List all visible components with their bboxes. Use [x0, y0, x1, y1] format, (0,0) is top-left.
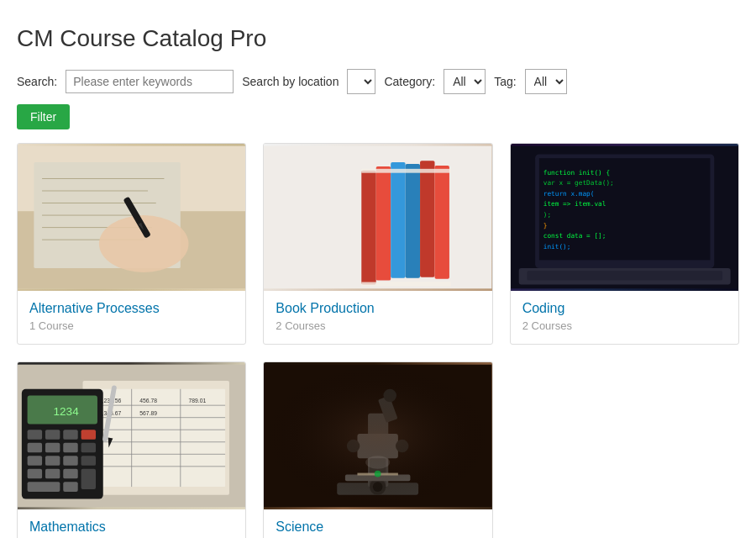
tag-label: Tag: — [494, 75, 516, 88]
search-input[interactable] — [66, 70, 234, 93]
card-body-book-production: Book Production 2 Courses — [264, 291, 491, 344]
svg-rect-67 — [63, 469, 77, 479]
svg-rect-59 — [63, 443, 77, 453]
svg-text:init();: init(); — [543, 243, 570, 251]
svg-rect-16 — [406, 164, 420, 278]
category-label: Category: — [384, 75, 435, 88]
card-count-coding: 2 Courses — [522, 319, 727, 332]
svg-rect-63 — [63, 456, 77, 466]
svg-rect-60 — [81, 443, 96, 453]
filter-button[interactable]: Filter — [17, 104, 70, 129]
svg-rect-53 — [28, 430, 42, 440]
card-count-book-production: 2 Courses — [276, 319, 480, 332]
category-select[interactable]: All — [444, 69, 486, 94]
svg-rect-17 — [420, 161, 434, 277]
card-book-production[interactable]: Book Production 2 Courses — [263, 143, 492, 345]
svg-rect-88 — [264, 365, 491, 508]
card-image-alt-processes — [18, 144, 245, 291]
svg-text:item => item.val: item => item.val — [543, 200, 606, 208]
card-mathematics[interactable]: 1,234.56 456.78 789.01 2,345.67 567.89 1… — [17, 361, 246, 538]
svg-rect-62 — [45, 456, 60, 466]
svg-text:var x = getData();: var x = getData(); — [543, 179, 613, 187]
card-body-mathematics: Mathematics 2 Courses — [18, 509, 245, 538]
card-title-mathematics[interactable]: Mathematics — [29, 520, 234, 535]
svg-rect-18 — [435, 166, 449, 279]
svg-rect-56 — [81, 430, 96, 440]
svg-rect-33 — [527, 271, 722, 281]
svg-rect-66 — [45, 469, 60, 479]
svg-rect-14 — [376, 166, 391, 281]
svg-text:789.01: 789.01 — [188, 398, 206, 404]
svg-rect-19 — [362, 169, 452, 173]
svg-rect-69 — [28, 482, 60, 492]
svg-text:1234: 1234 — [54, 405, 80, 418]
card-image-coding: function init() { var x = getData(); ret… — [511, 144, 738, 291]
card-title-coding[interactable]: Coding — [522, 301, 727, 316]
svg-rect-58 — [45, 443, 60, 453]
card-body-science: Science 2 Courses — [264, 509, 491, 538]
svg-rect-61 — [28, 456, 42, 466]
svg-text:function init() {: function init() { — [543, 169, 609, 177]
tag-select[interactable]: All — [525, 69, 567, 94]
svg-text:);: ); — [543, 211, 550, 219]
svg-rect-54 — [45, 430, 60, 440]
card-title-alt-processes[interactable]: Alternative Processes — [29, 301, 234, 316]
svg-rect-64 — [81, 456, 96, 466]
card-image-mathematics: 1,234.56 456.78 789.01 2,345.67 567.89 1… — [18, 362, 245, 509]
svg-rect-65 — [28, 469, 42, 479]
card-body-alt-processes: Alternative Processes 1 Course — [18, 291, 245, 344]
page-title: CM Course Catalog Pro — [17, 25, 739, 52]
card-image-book-production — [264, 144, 491, 291]
location-label: Search by location — [242, 75, 339, 88]
svg-rect-57 — [28, 443, 42, 453]
card-body-coding: Coding 2 Courses — [511, 291, 738, 344]
search-label: Search: — [17, 75, 57, 88]
svg-rect-20 — [362, 282, 452, 287]
svg-text:456.78: 456.78 — [139, 398, 157, 404]
svg-rect-13 — [362, 171, 376, 285]
search-bar: Search: Search by location Category: All… — [17, 69, 739, 94]
svg-text:}: } — [543, 222, 547, 229]
card-title-science[interactable]: Science — [276, 520, 480, 535]
card-image-science — [264, 362, 491, 509]
svg-text:const data = [];: const data = []; — [543, 232, 606, 240]
card-coding[interactable]: function init() { var x = getData(); ret… — [510, 143, 739, 345]
svg-text:return x.map(: return x.map( — [543, 190, 594, 198]
svg-rect-55 — [63, 430, 77, 440]
card-title-book-production[interactable]: Book Production — [276, 301, 480, 316]
svg-rect-70 — [63, 482, 77, 492]
svg-rect-15 — [391, 162, 405, 278]
card-count-alt-processes: 1 Course — [29, 319, 234, 332]
svg-text:567.89: 567.89 — [139, 410, 157, 416]
card-science[interactable]: Science 2 Courses — [263, 361, 492, 538]
location-select[interactable] — [347, 69, 375, 94]
svg-rect-68 — [81, 469, 96, 489]
category-grid: Alternative Processes 1 Course — [17, 143, 739, 538]
card-alternative-processes[interactable]: Alternative Processes 1 Course — [17, 143, 246, 345]
